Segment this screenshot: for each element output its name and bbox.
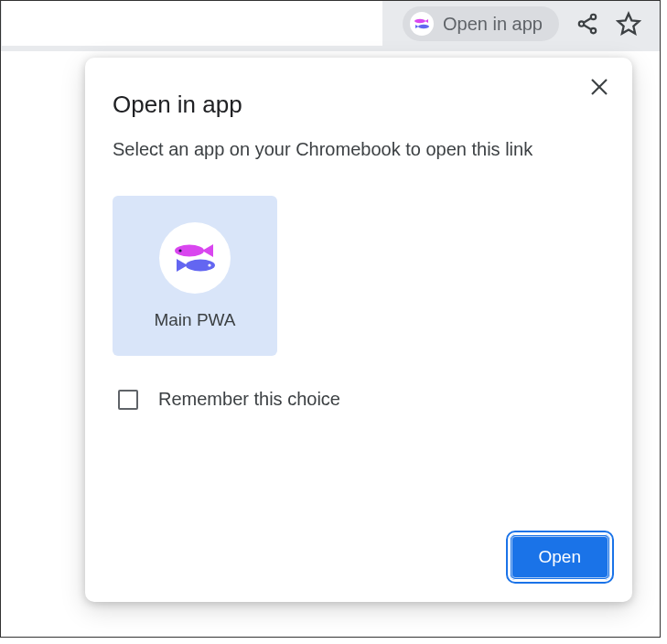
open-chip-label: Open in app [443,14,543,35]
dialog-title: Open in app [113,91,605,119]
share-icon[interactable] [576,12,599,36]
svg-point-14 [178,249,181,252]
address-bar-area [2,1,382,46]
svg-marker-16 [177,259,188,272]
window-frame: Open in app [0,0,661,638]
fish-app-icon [159,222,231,294]
bookmark-star-icon[interactable] [616,11,641,37]
svg-point-0 [414,19,425,23]
open-in-app-dialog: Open in app Select an app on your Chrome… [85,58,632,602]
svg-marker-1 [425,19,429,23]
toolbar-right-group: Open in app [403,6,641,41]
close-button[interactable] [586,74,612,100]
dialog-subtitle: Select an app on your Chromebook to open… [113,135,588,163]
svg-point-17 [208,263,210,266]
app-option-main-pwa[interactable]: Main PWA [113,196,277,356]
remember-choice-label: Remember this choice [158,389,340,410]
app-option-label: Main PWA [154,310,235,330]
svg-point-6 [591,28,596,33]
svg-marker-9 [619,14,640,34]
svg-point-4 [591,15,596,19]
close-icon [590,78,608,96]
svg-line-8 [584,25,591,29]
remember-choice-row: Remember this choice [118,389,605,410]
dialog-footer: Open [510,534,610,580]
open-button[interactable]: Open [510,534,610,580]
svg-marker-13 [202,244,213,257]
open-in-app-chip[interactable]: Open in app [403,6,559,41]
fish-app-icon [410,12,434,36]
remember-checkbox[interactable] [118,390,138,410]
svg-point-2 [418,25,429,28]
svg-line-7 [584,18,591,23]
browser-toolbar: Open in app [1,1,660,51]
svg-point-5 [579,21,584,26]
svg-marker-3 [415,25,419,28]
